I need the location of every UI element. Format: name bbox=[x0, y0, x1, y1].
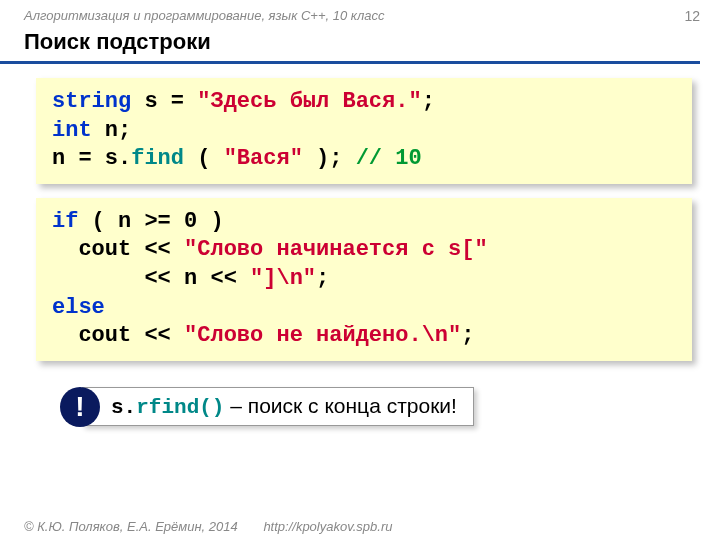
string-literal: "Здесь был Вася." bbox=[197, 89, 421, 114]
keyword: string bbox=[52, 89, 131, 114]
string-literal: "]\n" bbox=[250, 266, 316, 291]
code-text: s = bbox=[131, 89, 197, 114]
code-text: ); bbox=[303, 146, 356, 171]
string-literal: "Слово начинается с s[" bbox=[184, 237, 488, 262]
keyword: int bbox=[52, 118, 92, 143]
string-literal: "Вася" bbox=[224, 146, 303, 171]
string-literal: "Слово не найдено.\n" bbox=[184, 323, 461, 348]
footer-url: http://kpolyakov.spb.ru bbox=[263, 519, 392, 534]
copyright: © К.Ю. Поляков, Е.А. Ерёмин, 2014 bbox=[24, 519, 238, 534]
exclamation-icon: ! bbox=[60, 387, 100, 427]
code-text: cout << bbox=[52, 323, 184, 348]
note-row: ! s.rfind() – поиск с конца строки! bbox=[60, 387, 720, 427]
code-line: if ( n >= 0 ) bbox=[52, 208, 676, 237]
code-text: n = s. bbox=[52, 146, 131, 171]
code-line: << n << "]\n"; bbox=[52, 265, 676, 294]
keyword: if bbox=[52, 209, 78, 234]
keyword: else bbox=[52, 295, 105, 320]
code-text: s. bbox=[111, 396, 136, 419]
code-line: cout << "Слово начинается с s[" bbox=[52, 236, 676, 265]
code-text: ( bbox=[184, 146, 224, 171]
header-text: Алгоритмизация и программирование, язык … bbox=[0, 0, 720, 27]
method: rfind() bbox=[136, 396, 224, 419]
method: find bbox=[131, 146, 184, 171]
code-text: ; bbox=[316, 266, 329, 291]
code-line: int n; bbox=[52, 117, 676, 146]
page-number: 12 bbox=[684, 8, 700, 24]
note-box: s.rfind() – поиск с конца строки! bbox=[82, 387, 474, 426]
comment: // 10 bbox=[356, 146, 422, 171]
code-block-1: string s = "Здесь был Вася."; int n; n =… bbox=[36, 78, 692, 184]
code-line: else bbox=[52, 294, 676, 323]
footer: © К.Ю. Поляков, Е.А. Ерёмин, 2014 http:/… bbox=[24, 519, 392, 534]
code-block-2: if ( n >= 0 ) cout << "Слово начинается … bbox=[36, 198, 692, 361]
code-line: string s = "Здесь был Вася."; bbox=[52, 88, 676, 117]
code-text: ; bbox=[461, 323, 474, 348]
code-text: cout << bbox=[52, 237, 184, 262]
code-text: ( n >= 0 ) bbox=[78, 209, 223, 234]
code-line: n = s.find ( "Вася" ); // 10 bbox=[52, 145, 676, 174]
code-text: ; bbox=[422, 89, 435, 114]
code-line: cout << "Слово не найдено.\n"; bbox=[52, 322, 676, 351]
slide-title: Поиск подстроки bbox=[0, 27, 700, 64]
code-text: << n << bbox=[52, 266, 250, 291]
code-text: n; bbox=[92, 118, 132, 143]
note-text: – поиск с конца строки! bbox=[224, 394, 456, 417]
